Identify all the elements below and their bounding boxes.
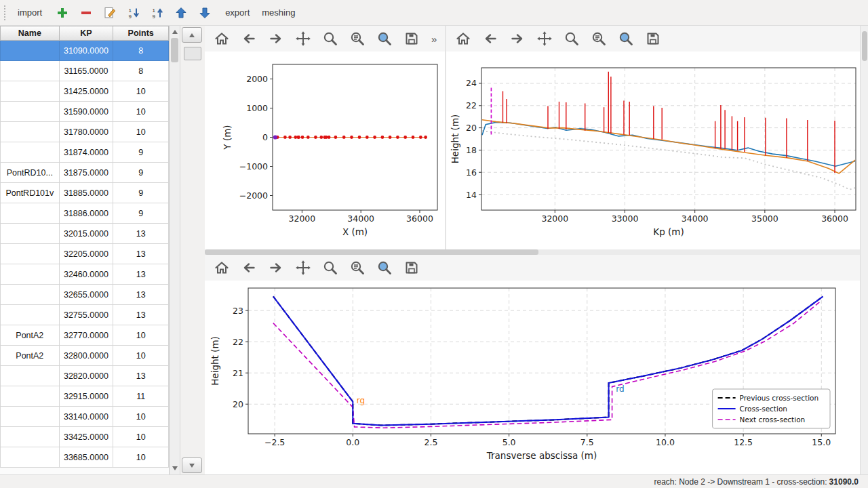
section-marker[interactable] <box>294 136 297 139</box>
pan-icon[interactable] <box>294 259 312 277</box>
pan-icon[interactable] <box>536 30 553 47</box>
save-icon[interactable] <box>644 30 662 47</box>
table-row[interactable]: PontRD10...31875.00009 <box>0 163 169 183</box>
header-points[interactable]: Points <box>113 26 169 41</box>
section-marker[interactable] <box>412 136 415 139</box>
table-row[interactable]: 31090.00008 <box>0 41 169 61</box>
table-row[interactable]: 32015.000013 <box>0 224 169 244</box>
back-icon[interactable] <box>240 30 258 47</box>
menu-export[interactable]: export <box>219 4 256 21</box>
table-row[interactable]: PontRD101v31885.00009 <box>0 183 169 203</box>
section-marker[interactable] <box>373 136 376 139</box>
window-vertical-scrollbar-thumb[interactable] <box>862 31 867 61</box>
sort-asc-icon[interactable]: 19 <box>149 4 166 22</box>
customize-icon[interactable] <box>617 30 635 47</box>
table-scrollbar[interactable] <box>170 26 180 474</box>
table-row[interactable]: 32205.000013 <box>0 244 169 264</box>
subplots-icon[interactable] <box>349 30 366 47</box>
section-scrollbar <box>182 27 203 473</box>
section-marker[interactable] <box>389 136 392 139</box>
zoom-icon[interactable] <box>321 259 339 277</box>
add-icon[interactable] <box>54 4 71 22</box>
subplots-icon[interactable] <box>349 259 366 277</box>
move-up-icon[interactable] <box>172 4 190 22</box>
long-profile-chart[interactable]: 3200033000340003500036000141618202224Kp … <box>446 52 860 249</box>
section-up-button[interactable] <box>182 27 202 43</box>
plan-chart[interactable]: 320003400036000200010000−1000−2000X (m)Y… <box>205 52 445 249</box>
save-icon[interactable] <box>403 259 420 277</box>
table-row[interactable]: 32460.000013 <box>0 264 169 285</box>
section-marker[interactable] <box>419 136 422 139</box>
scroll-up-icon[interactable] <box>170 27 180 37</box>
section-marker[interactable] <box>334 136 338 139</box>
table-row[interactable]: 32820.000013 <box>0 366 169 386</box>
table-row[interactable]: 31165.00008 <box>0 61 169 81</box>
section-marker[interactable] <box>396 136 399 139</box>
section-marker[interactable] <box>301 136 304 139</box>
customize-icon[interactable] <box>376 259 393 277</box>
section-marker[interactable] <box>283 136 287 139</box>
section-marker[interactable] <box>342 136 346 139</box>
remove-icon[interactable] <box>77 4 95 22</box>
table-scrollbar-thumb[interactable] <box>171 38 178 62</box>
home-icon[interactable] <box>454 30 472 47</box>
section-marker[interactable] <box>381 136 384 139</box>
zoom-icon[interactable] <box>563 30 580 47</box>
table-row[interactable]: 31886.00009 <box>0 203 169 224</box>
pan-icon[interactable] <box>294 30 312 47</box>
sort-desc-icon[interactable]: 19 <box>125 4 142 22</box>
section-marker[interactable] <box>424 136 427 139</box>
home-icon[interactable] <box>213 30 231 47</box>
zoom-icon[interactable] <box>321 30 339 47</box>
section-marker[interactable] <box>358 136 361 139</box>
section-down-button[interactable] <box>182 458 202 473</box>
customize-icon[interactable] <box>376 30 393 47</box>
forward-icon[interactable] <box>509 30 526 47</box>
forward-icon[interactable] <box>267 30 285 47</box>
svg-text:33000: 33000 <box>612 214 639 224</box>
table-row[interactable]: 33685.000010 <box>0 447 169 468</box>
section-marker[interactable] <box>297 136 300 139</box>
forward-icon[interactable] <box>267 259 285 277</box>
table-row[interactable]: 32915.000011 <box>0 386 169 407</box>
figures-horizontal-scrollbar[interactable] <box>205 249 860 255</box>
section-marker[interactable] <box>403 136 407 139</box>
header-kp[interactable]: KP <box>60 26 114 41</box>
menu-meshing[interactable]: meshing <box>256 4 301 21</box>
table-row[interactable]: 31590.000010 <box>0 102 169 122</box>
cross-section-chart[interactable]: rgrd−2.50.02.55.07.510.012.515.020212223… <box>205 281 860 474</box>
section-marker[interactable] <box>328 136 331 139</box>
table-row[interactable]: 31780.000010 <box>0 122 169 142</box>
subplots-icon[interactable] <box>590 30 608 47</box>
section-marker[interactable] <box>314 136 317 139</box>
section-marker[interactable] <box>325 136 328 139</box>
section-marker[interactable] <box>288 136 292 139</box>
scroll-down-icon[interactable] <box>170 464 180 473</box>
section-marker[interactable] <box>350 136 353 139</box>
home-icon[interactable] <box>213 259 231 277</box>
section-marker[interactable] <box>319 136 323 139</box>
table-row[interactable]: 32655.000013 <box>0 285 169 305</box>
back-icon[interactable] <box>240 259 258 277</box>
table-row[interactable]: 33425.000010 <box>0 427 169 447</box>
figures-horizontal-scrollbar-thumb[interactable] <box>205 249 538 255</box>
section-marker[interactable] <box>307 136 310 139</box>
table-row[interactable]: 32755.000013 <box>0 305 169 325</box>
save-icon[interactable] <box>403 30 420 47</box>
table-row[interactable]: 31874.00009 <box>0 142 169 163</box>
back-icon[interactable] <box>481 30 499 47</box>
menu-import[interactable]: import <box>12 4 48 21</box>
header-name[interactable]: Name <box>0 26 60 41</box>
table-row[interactable]: PontA232770.000010 <box>0 325 169 346</box>
table-row[interactable]: 33140.000010 <box>0 407 169 427</box>
section-marker[interactable] <box>366 136 369 139</box>
window-vertical-scrollbar[interactable] <box>860 26 868 474</box>
move-down-icon[interactable] <box>196 4 214 22</box>
table-row[interactable]: 31425.000010 <box>0 81 169 102</box>
selected-section-marker[interactable] <box>273 135 277 139</box>
section-scrollbar-thumb[interactable] <box>184 47 201 60</box>
edit-icon[interactable] <box>101 4 119 22</box>
toolbar-overflow-button[interactable]: » <box>431 33 437 45</box>
toolbar-grip[interactable] <box>4 5 9 20</box>
table-row[interactable]: PontA232800.000010 <box>0 346 169 366</box>
